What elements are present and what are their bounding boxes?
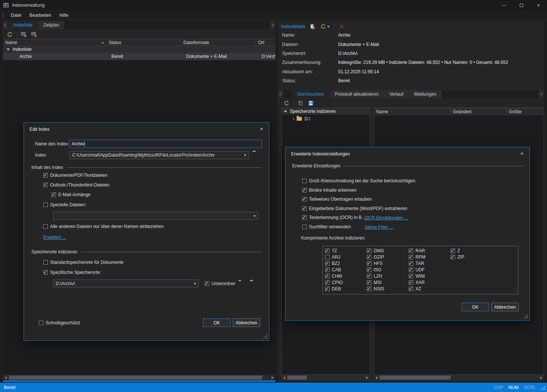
format-iso-checkbox[interactable]: ISO <box>367 267 384 272</box>
index-row-archiv[interactable]: Archiv Bereit Dokumente + E-Mail D:\Arch… <box>3 53 275 60</box>
tab-durchsuchen[interactable]: Durchsuchen <box>292 90 329 98</box>
tab-scroll-right-button[interactable] <box>539 90 544 98</box>
default-locations-checkbox[interactable]: Standardspeicherorte für Dokumente <box>43 260 124 265</box>
cancel-button[interactable]: Abbrechen <box>491 303 519 311</box>
close-button[interactable]: × <box>517 149 526 157</box>
format-zip-checkbox[interactable]: ZIP <box>451 254 464 260</box>
expander-collapsed-icon[interactable] <box>292 117 294 120</box>
scroll-left-button[interactable] <box>3 375 9 380</box>
ocr-settings-link[interactable]: OCR-Einstellungen ... <box>365 215 408 220</box>
remove-index-button[interactable] <box>30 31 38 38</box>
format-arj-checkbox[interactable]: ARJ <box>325 254 343 260</box>
tree-node-d-drive[interactable]: D:\ <box>292 116 310 121</box>
search-filter-checkbox[interactable]: Suchfilter verwenden <box>302 224 351 229</box>
tree-h-scrollbar[interactable] <box>281 375 370 380</box>
expander-expanded-icon[interactable] <box>284 111 287 112</box>
h-scrollbar[interactable] <box>3 375 275 380</box>
column-header-dateiformate[interactable]: Dateiformate <box>181 39 256 46</box>
format-cpio-checkbox[interactable]: CPIO <box>325 280 343 285</box>
scroll-right-button[interactable] <box>364 375 370 380</box>
column-header-name[interactable]: Name <box>374 108 451 115</box>
expander-expanded-icon[interactable] <box>7 49 10 50</box>
format-cab-checkbox[interactable]: CAB <box>325 267 343 272</box>
case-sensitivity-checkbox[interactable]: Groß-/Kleinschreibung bei der Suche berü… <box>302 178 416 183</box>
subfolders-checkbox[interactable]: Unterordner <box>205 281 235 286</box>
active-filters-link[interactable]: Aktive Filter ... <box>365 225 393 230</box>
save-button[interactable] <box>307 99 315 107</box>
close-button[interactable]: × <box>257 125 266 132</box>
scrollbar-thumb[interactable] <box>9 376 262 380</box>
advanced-link[interactable]: Erweitert ... <box>43 235 66 240</box>
format-msi-checkbox[interactable]: MSI <box>367 280 384 285</box>
format-xz-checkbox[interactable]: XZ <box>409 286 426 291</box>
format-deb-checkbox[interactable]: DEB <box>325 286 343 291</box>
minimize-button[interactable] <box>495 0 513 10</box>
format-gzip-checkbox[interactable]: GZIP <box>367 254 384 260</box>
tab-indexliste[interactable]: Indexliste <box>8 21 38 29</box>
format-wim-checkbox[interactable]: WIM <box>409 274 426 279</box>
email-attachments-checkbox[interactable]: E-Mail-Anhänge <box>52 192 90 197</box>
names-only-checkbox[interactable]: Alle anderen Dateien nur über deren Name… <box>43 224 164 229</box>
tab-scroll-right-button[interactable] <box>270 21 275 29</box>
maximize-button[interactable] <box>513 0 530 10</box>
tab-scroll-left-button[interactable] <box>278 90 283 98</box>
ok-button[interactable]: OK <box>461 303 489 311</box>
scroll-left-button[interactable] <box>281 375 287 380</box>
tab-verlauf[interactable]: Verlauf <box>384 90 408 98</box>
resize-grip[interactable] <box>266 338 267 339</box>
format-tar-checkbox[interactable]: TAR <box>409 261 426 266</box>
column-header-name[interactable]: Name <box>3 39 106 46</box>
format-lzh-checkbox[interactable]: LZH <box>367 274 384 279</box>
specific-locations-checkbox[interactable]: Spezifische Speicherorte: <box>43 270 101 275</box>
ocr-checkbox[interactable]: Texterkennung (OCR) in B... <box>302 215 365 220</box>
index-group-row[interactable]: Indexliste <box>3 46 275 53</box>
scrollbar-thumb[interactable] <box>380 376 451 380</box>
format-z-checkbox[interactable]: Z <box>451 248 464 253</box>
tree-node-speicherorte[interactable]: Speicherorte indizieren <box>282 108 370 115</box>
window-resize-grip[interactable] <box>544 389 545 390</box>
format-7z-checkbox[interactable]: 7Z <box>325 248 343 253</box>
cancel-button[interactable]: Abbrechen <box>233 318 260 327</box>
format-udf-checkbox[interactable]: UDF <box>409 267 426 272</box>
scroll-right-button[interactable] <box>270 375 275 380</box>
location-combo[interactable]: D:\Archiv\ <box>53 280 199 287</box>
ok-button[interactable]: OK <box>203 318 231 327</box>
tab-protokoll-aktualisieren[interactable]: Protokoll aktualisieren <box>330 90 384 98</box>
format-hfs-checkbox[interactable]: HFS <box>367 261 384 266</box>
edit-index-button[interactable] <box>309 23 316 30</box>
format-bz2-checkbox[interactable]: BZ2 <box>325 261 343 266</box>
refresh-button[interactable] <box>6 31 13 38</box>
readonly-checkbox[interactable]: Schreibgeschützt <box>39 320 80 325</box>
menu-datei[interactable]: Datei <box>7 10 25 20</box>
binary-content-checkbox[interactable]: Binäre Inhalte erkennen <box>302 188 356 193</box>
outlook-checkbox[interactable]: Outlook-/Thunderbird-Dateien <box>43 182 109 188</box>
special-files-combo[interactable] <box>53 212 258 220</box>
column-header-ort[interactable]: Ort <box>256 39 275 46</box>
column-header-groesse[interactable]: Größe <box>507 108 544 115</box>
menu-bearbeiten[interactable]: Bearbeiten <box>25 10 55 20</box>
column-header-status[interactable]: Status <box>106 39 181 46</box>
refresh-browse-button[interactable] <box>283 99 290 107</box>
copy-button[interactable] <box>297 99 304 107</box>
special-files-checkbox[interactable]: Spezielle Dateien: <box>43 202 86 207</box>
embedded-docs-checkbox[interactable]: Eingebettete Dokumente (Word/PDF) extrah… <box>302 206 407 211</box>
menu-hilfe[interactable]: Hilfe <box>55 10 72 20</box>
tab-scroll-left-button[interactable] <box>3 21 8 29</box>
delete-index-button[interactable]: ✕ <box>338 23 345 30</box>
index-name-input[interactable]: Archiv <box>69 140 262 148</box>
table-h-scrollbar[interactable] <box>374 375 544 380</box>
column-header-geaendert[interactable]: Geändert <box>451 108 507 115</box>
refresh-index-button[interactable] <box>319 23 331 30</box>
scrollbar-thumb[interactable] <box>287 376 307 380</box>
format-dmg-checkbox[interactable]: DMG <box>367 248 384 253</box>
close-button[interactable]: × <box>530 0 547 10</box>
docs-checkbox[interactable]: Dokumente/PDF/Textdateien <box>43 173 107 178</box>
scroll-right-button[interactable] <box>538 375 544 380</box>
format-rar-checkbox[interactable]: RAR <box>409 248 426 253</box>
format-chm-checkbox[interactable]: CHM <box>325 274 343 279</box>
format-nsis-checkbox[interactable]: NSIS <box>367 286 384 291</box>
add-index-button[interactable] <box>20 31 27 38</box>
tab-meldungen[interactable]: Meldungen <box>409 90 441 98</box>
partial-transfer-checkbox[interactable]: Teilweises Übertragen erlauben <box>302 197 372 202</box>
resize-grip[interactable] <box>527 318 528 318</box>
